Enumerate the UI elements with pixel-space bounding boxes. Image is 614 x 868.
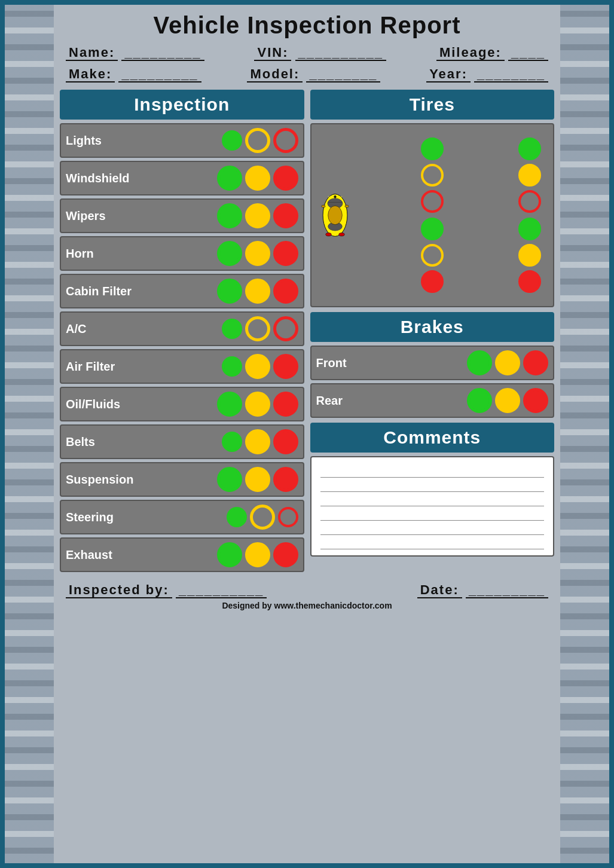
suspension-circle-green [217,467,242,492]
steering-row: Steering [60,500,304,534]
windshield-circle-yellow [245,166,270,191]
model-field: Model: ________ [247,66,380,82]
belts-circles [222,429,298,454]
car-svg [319,152,352,278]
front-brakes-row: Front [310,346,555,380]
fr-tire-red [518,190,541,213]
exhaust-circles [217,542,298,567]
fl-tire-yellow [421,164,444,187]
rear-brakes-green [467,388,492,413]
rl-tire-yellow [421,244,444,267]
right-col: Tires [310,90,555,575]
info-row-2: Make: _________ Model: ________ Year: __… [60,63,554,85]
two-col-layout: Inspection Lights Windshield [60,90,554,575]
cabin-filter-circle-red [273,279,298,304]
svg-point-8 [338,233,344,236]
ac-circle-yellow [245,316,270,341]
horn-circles [217,241,298,266]
horn-circle-green [217,241,242,266]
fr-tire-green [518,137,541,160]
comment-line-3 [320,492,545,506]
lights-circle-red [273,128,298,153]
brakes-section: Brakes Front Rear [310,312,555,418]
front-brakes-circles [467,350,548,375]
rr-tire-red [518,270,541,293]
wipers-circle-red [273,203,298,228]
exhaust-circle-red [273,542,298,567]
report-header: Vehicle Inspection Report [60,6,554,42]
wipers-row: Wipers [60,198,304,233]
windshield-label: Windshield [66,172,129,185]
suspension-circle-yellow [245,467,270,492]
wipers-circles [217,203,298,228]
name-field: Name: _________ [66,45,204,60]
front-right-tires [513,132,546,213]
svg-point-6 [345,205,349,207]
ac-circles [222,316,298,341]
belts-circle-yellow [245,429,270,454]
svg-point-5 [321,205,325,207]
lights-circle-yellow [245,128,270,153]
rear-brakes-row: Rear [310,383,555,418]
car-diagram [319,132,352,299]
tire-track-right [560,0,614,868]
rear-brakes-yellow [495,388,520,413]
comment-line-4 [320,506,545,521]
exhaust-circle-yellow [245,542,270,567]
rear-brakes-label: Rear [316,394,343,408]
steering-circle-red [278,507,298,527]
tires-diagram [310,123,555,307]
inspection-col: Inspection Lights Windshield [60,90,304,575]
exhaust-circle-green [217,542,242,567]
date-field: Date: _________ [417,582,548,598]
comments-header: Comments [310,423,555,453]
cabin-filter-circle-yellow [245,279,270,304]
front-brakes-label: Front [316,356,347,370]
comments-box [310,456,555,557]
air-filter-row: Air Filter [60,349,304,384]
wipers-circle-green [217,203,242,228]
comment-line-6 [320,535,545,549]
horn-row: Horn [60,236,304,271]
front-brakes-yellow [495,350,520,375]
oil-fluids-label: Oil/Fluids [66,398,120,411]
comment-line-2 [320,478,545,492]
rear-brakes-red [523,388,548,413]
front-brakes-green [467,350,492,375]
lights-row: Lights [60,123,304,158]
wipers-label: Wipers [66,209,106,223]
info-row-1: Name: _________ VIN: __________ Mileage:… [60,42,554,63]
air-filter-circle-yellow [245,354,270,379]
svg-point-4 [328,206,342,224]
rear-right-tires [513,218,546,299]
horn-circle-yellow [245,241,270,266]
report-title: Vehicle Inspection Report [60,12,554,39]
designer-credit: Designed by www.themechanicdoctor.com [60,601,554,615]
suspension-circles [217,467,298,492]
oil-fluids-circle-yellow [245,392,270,417]
brakes-header: Brakes [310,312,555,342]
cabin-filter-circles [217,279,298,304]
rr-tire-green [518,218,541,240]
horn-circle-red [273,241,298,266]
lights-label: Lights [66,134,102,148]
rl-tire-green [421,218,444,240]
belts-row: Belts [60,424,304,459]
exhaust-label: Exhaust [66,548,112,562]
cabin-filter-circle-green [217,279,242,304]
front-left-tires [356,132,509,213]
air-filter-label: Air Filter [66,360,115,374]
inspection-header: Inspection [60,90,304,120]
make-field: Make: _________ [66,66,201,82]
horn-label: Horn [66,247,94,261]
fr-tire-yellow [518,164,541,187]
svg-point-7 [325,233,331,236]
front-brakes-red [523,350,548,375]
suspension-label: Suspension [66,473,133,487]
cabin-filter-label: Cabin Filter [66,285,132,298]
comment-line-5 [320,521,545,535]
steering-circle-green [227,507,247,527]
ac-row: A/C [60,311,304,346]
windshield-circle-green [217,166,242,191]
ac-circle-green [222,319,242,339]
